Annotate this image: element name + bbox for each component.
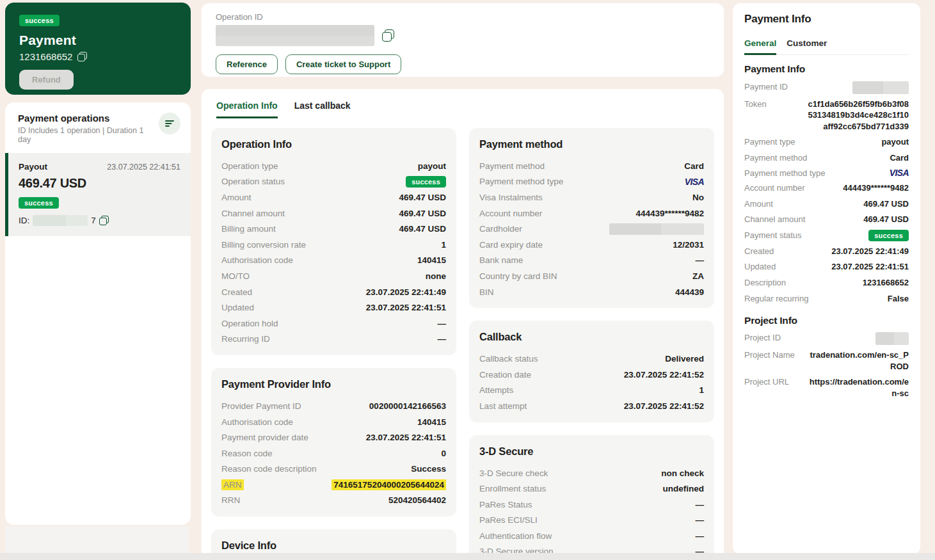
row-value: — bbox=[696, 255, 705, 265]
info-row: Payment method typeVISA bbox=[744, 166, 909, 180]
row-label: Payment status bbox=[744, 230, 802, 240]
info-row: Account number444439******9482 bbox=[744, 180, 909, 196]
info-row: Payment methodCard bbox=[479, 158, 704, 174]
cards-column-right: Payment methodPayment methodCardPayment … bbox=[469, 128, 714, 560]
row-value: 469.47 USD bbox=[863, 214, 909, 225]
tab-customer[interactable]: Customer bbox=[787, 36, 827, 55]
row-label: PaRes ECI/SLI bbox=[479, 515, 538, 525]
info-row: Callback statusDelivered bbox=[479, 351, 704, 367]
row-value: 74165175204000205644024 bbox=[332, 479, 446, 490]
row-label: Updated bbox=[221, 303, 254, 312]
row-label: Enrollment status bbox=[479, 484, 546, 493]
row-label: Creation date bbox=[479, 370, 531, 380]
operation-status-badge: success bbox=[19, 197, 59, 209]
info-row: Description1231668652 bbox=[744, 275, 909, 291]
info-row: Updated23.07.2025 22:41:51 bbox=[744, 259, 909, 275]
info-row: Amount469.47 USD bbox=[221, 189, 446, 205]
copy-icon[interactable] bbox=[382, 29, 394, 42]
tab-operation-info[interactable]: Operation Info bbox=[216, 97, 278, 118]
row-value: 1231668652 bbox=[863, 277, 909, 289]
info-card: Operation InfoOperation typepayoutOperat… bbox=[211, 128, 456, 355]
row-label: RRN bbox=[221, 495, 240, 505]
info-row: Created23.07.2025 22:41:49 bbox=[221, 284, 446, 300]
info-row: Project ID bbox=[744, 330, 909, 348]
row-label: Card expiry date bbox=[479, 240, 543, 250]
info-row: BIN444439 bbox=[479, 284, 704, 300]
operation-detail-column: Operation ID Reference Create ticket to … bbox=[202, 3, 724, 560]
row-value: 23.07.2025 22:41:49 bbox=[831, 246, 909, 257]
info-row: Reason code0 bbox=[221, 445, 446, 461]
row-label: Country by card BIN bbox=[479, 271, 557, 281]
info-row: PaRes ECI/SLI— bbox=[479, 513, 704, 529]
info-row: Payment method typeVISA bbox=[479, 174, 704, 190]
reference-button[interactable]: Reference bbox=[216, 54, 278, 74]
value-status-badge: success bbox=[868, 230, 909, 241]
row-value: 23.07.2025 22:41:51 bbox=[366, 433, 446, 442]
row-value: 444439******9482 bbox=[843, 182, 909, 194]
row-value: 0020000142166563 bbox=[369, 401, 446, 411]
row-label: MO/TO bbox=[221, 271, 250, 281]
row-label: Account number bbox=[479, 209, 542, 218]
visa-logo: VISA bbox=[685, 177, 704, 187]
row-value: tradenation.com/en-sc_PROD bbox=[806, 349, 909, 372]
row-label: Project URL bbox=[744, 376, 789, 387]
row-value: 0 bbox=[441, 449, 446, 458]
payment-info-tabs: General Customer bbox=[744, 36, 909, 55]
row-value: — bbox=[438, 319, 447, 328]
operation-list-item[interactable]: Payout 23.07.2025 22:41:51 469.47 USD su… bbox=[5, 153, 191, 236]
row-label: Operation hold bbox=[221, 319, 278, 328]
info-row: Enrollment statusundefined bbox=[479, 481, 704, 497]
row-label: Reason code description bbox=[221, 464, 317, 474]
info-row: Channel amount469.47 USD bbox=[221, 205, 446, 221]
redacted-value bbox=[875, 332, 909, 345]
row-label: Amount bbox=[221, 193, 252, 202]
info-row: Operation typepayout bbox=[221, 158, 446, 174]
operations-subtitle: ID Includes 1 operation | Duration 1 day bbox=[18, 126, 159, 144]
copy-icon[interactable] bbox=[99, 216, 109, 225]
row-label: Authorisation code bbox=[221, 417, 293, 427]
tab-last-callback[interactable]: Last callback bbox=[294, 97, 351, 118]
filter-button[interactable] bbox=[159, 113, 180, 134]
create-ticket-button[interactable]: Create ticket to Support bbox=[285, 54, 401, 74]
row-label: Cardholder bbox=[479, 224, 522, 234]
left-column: success Payment 1231668652 Refund Paymen… bbox=[5, 3, 191, 525]
horizontal-scrollbar[interactable] bbox=[0, 553, 935, 560]
payment-info-title: Payment Info bbox=[744, 13, 909, 26]
info-row: Channel amount469.47 USD bbox=[744, 212, 909, 228]
info-row: Regular recurringFalse bbox=[744, 291, 909, 307]
row-label: Project ID bbox=[744, 332, 781, 342]
card-title: Payment method bbox=[479, 138, 704, 150]
row-label: Bank name bbox=[479, 255, 523, 265]
row-value: 469.47 USD bbox=[399, 224, 446, 234]
info-row: Project URLhttps://tradenation.com/en-sc bbox=[744, 374, 909, 401]
row-label: Account number bbox=[744, 182, 805, 193]
row-value: payout bbox=[881, 136, 909, 148]
payment-summary-card: success Payment 1231668652 Refund bbox=[5, 3, 191, 95]
row-value: 469.47 USD bbox=[399, 209, 446, 218]
row-value: 12/2031 bbox=[673, 240, 704, 250]
refund-button[interactable]: Refund bbox=[19, 70, 74, 90]
payment-id: 1231668652 bbox=[19, 51, 72, 62]
row-label: Operation type bbox=[221, 161, 278, 171]
row-value: 469.47 USD bbox=[399, 193, 446, 202]
row-value: — bbox=[696, 531, 705, 541]
card-title: 3-D Secure bbox=[479, 445, 704, 458]
info-row: Visa InstalmentsNo bbox=[479, 189, 704, 205]
row-value: 444439 bbox=[675, 287, 704, 297]
info-row: Payment statussuccess bbox=[744, 227, 909, 243]
info-row: MO/TOnone bbox=[221, 268, 446, 284]
info-row: ARN74165175204000205644024 bbox=[221, 477, 446, 493]
row-value: 140415 bbox=[417, 417, 446, 427]
info-row: Authorisation code140415 bbox=[221, 414, 446, 430]
row-label: PaRes Status bbox=[479, 500, 532, 509]
row-value: 23.07.2025 22:41:52 bbox=[624, 401, 704, 411]
card-title: Callback bbox=[479, 331, 704, 343]
row-label: Authentication flow bbox=[479, 531, 552, 541]
operation-id-suffix: 7 bbox=[91, 216, 96, 225]
tab-general[interactable]: General bbox=[744, 36, 776, 55]
operation-id-field-label: Operation ID bbox=[216, 12, 710, 22]
copy-icon[interactable] bbox=[77, 52, 87, 61]
info-row: Creation date23.07.2025 22:41:52 bbox=[479, 367, 704, 383]
row-label: Channel amount bbox=[221, 209, 285, 218]
payment-info-sections: Payment InfoPayment IDTokenc1f1da656b26f… bbox=[744, 63, 909, 401]
